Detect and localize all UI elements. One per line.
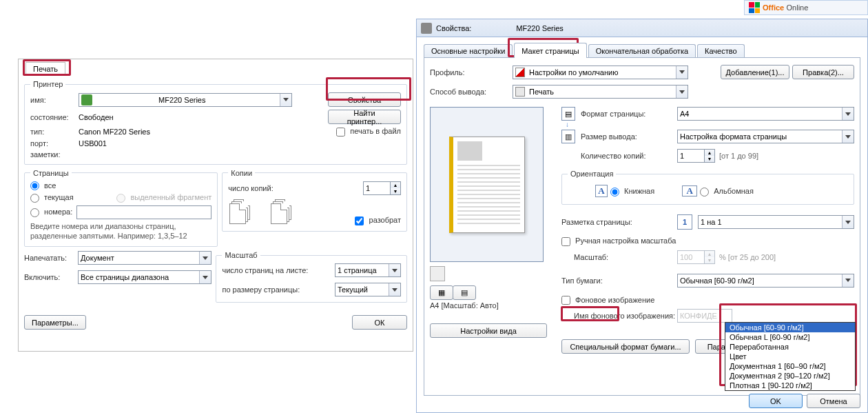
edit-profile-button[interactable]: Правка(2)... [792, 65, 854, 79]
props-ok-button[interactable]: OK [749, 394, 803, 408]
chevron-down-icon[interactable] [280, 94, 291, 106]
tab-quality[interactable]: Качество [697, 44, 745, 57]
include-combo[interactable]: Все страницы диапазона [78, 270, 211, 284]
tab-bar: Основные настройки Макет страницы Оконча… [424, 43, 860, 58]
paper-type-option[interactable]: Обычная L [60-90 г/м2] [725, 332, 855, 342]
paper-type-option[interactable]: Цвет [725, 352, 855, 361]
print-dialog-title: Печать [25, 62, 65, 75]
pps-label: число страниц на листе: [222, 266, 335, 274]
copies-spinner[interactable]: 1 ▲▼ [363, 181, 401, 195]
add-profile-button[interactable]: Добавление(1)... [721, 65, 789, 79]
output-size-label: Размер вывода: [581, 132, 677, 141]
scale-range: % [от 25 до 200] [719, 253, 776, 261]
tab-basic[interactable]: Основные настройки [424, 44, 513, 57]
output-size-combo[interactable]: Настройка формата страницы [677, 130, 854, 143]
properties-title-prefix: Свойства: [436, 24, 471, 32]
type-label: тип: [30, 128, 79, 136]
office-online-banner[interactable]: Office Online [744, 0, 868, 15]
paper-type-option[interactable]: Переработанная [725, 342, 855, 352]
printer-legend: Принтер [30, 80, 65, 88]
find-printer-button[interactable]: Найти принтер... [328, 110, 401, 124]
printer-icon [421, 23, 432, 34]
printer-name-value: MF220 Series [158, 96, 205, 104]
pages-numbers-input[interactable] [76, 205, 211, 219]
ok-button[interactable]: ОК [352, 315, 407, 330]
tab-finish[interactable]: Окончательная обработка [588, 44, 696, 57]
properties-title-model: MF220 Series [516, 24, 563, 32]
orientation-group: Ориентация A Книжная A Альбомная [561, 170, 854, 205]
print-what-label: Напечатать: [24, 254, 78, 262]
preview-caption: A4 [Масштаб: Авто] [430, 301, 550, 310]
pps-combo[interactable]: 1 страница [335, 263, 401, 277]
paper-type-option[interactable]: Обычная [60-90 г/м2] [725, 323, 855, 332]
orientation-legend: Ориентация [568, 170, 616, 178]
manual-scale-checkbox[interactable]: Ручная настройка масштаба [561, 236, 676, 245]
properties-title-bar: Свойства: MF220 Series [417, 19, 867, 37]
printer-name-label: имя: [30, 96, 79, 104]
page-layout-combo[interactable]: 1 на 1 [698, 215, 854, 229]
profile-combo[interactable]: Настройки по умолчанию [513, 66, 688, 79]
collate-icon [228, 202, 289, 225]
paper-type-option[interactable]: Плотная 1 [90-120 г/м2] [725, 381, 855, 390]
preview-thumb-icon [430, 266, 445, 281]
orientation-landscape-radio[interactable]: A Альбомная [682, 185, 754, 197]
scale-spinner: 100▲▼ [677, 250, 715, 264]
paper-type-dropdown[interactable]: Обычная [60-90 г/м2]Обычная L [60-90 г/м… [725, 322, 856, 391]
tab-layout[interactable]: Макет страницы [514, 43, 586, 57]
include-label: Включить: [24, 273, 78, 281]
pages-hint: Введите номера или диапазоны страниц, ра… [30, 222, 211, 241]
scale-legend: Масштаб [222, 251, 260, 259]
page-format-label: Формат страницы: [581, 110, 677, 118]
print-dialog: Печать Принтер имя: MF220 Series Свойств… [18, 59, 413, 352]
printer-name-combo[interactable]: MF220 Series [79, 93, 292, 107]
output-combo[interactable]: Печать [513, 85, 688, 99]
orientation-portrait-radio[interactable]: A Книжная [595, 185, 654, 197]
office-logo-icon [749, 2, 760, 13]
paper-type-combo[interactable]: Обычная [60-90 г/м2] [677, 274, 854, 288]
paper-type-label: Тип бумаги: [561, 276, 677, 285]
preview-mode-b[interactable]: ▤ [453, 285, 476, 300]
copies-group: Копии число копий: 1 ▲▼ [222, 169, 407, 232]
pages-current-radio[interactable]: текущая [30, 193, 74, 203]
layout-icon: 1 [677, 214, 692, 230]
paper-type-option[interactable]: Документная 2 [90–120 г/м2] [725, 371, 855, 381]
printer-icon [81, 94, 92, 105]
page-format-combo[interactable]: A4 [677, 107, 854, 121]
properties-button[interactable]: Свойства [328, 92, 401, 107]
output-icon [515, 87, 525, 97]
preview-mode-a[interactable]: ▦ [430, 285, 453, 300]
office-text: Office Online [763, 3, 808, 12]
view-settings-button[interactable]: Настройки вида [430, 323, 547, 338]
options-button[interactable]: Параметры... [24, 315, 86, 330]
collate-checkbox[interactable]: разобрат [355, 216, 401, 225]
port-label: порт: [30, 139, 79, 148]
fit-combo[interactable]: Текущий [335, 283, 401, 296]
props-cancel-button[interactable]: Отмена [807, 394, 860, 408]
type-value: Canon MF220 Series [79, 128, 150, 136]
page-preview [430, 107, 544, 262]
print-what-combo[interactable]: Документ [78, 251, 211, 265]
copies-legend: Копии [228, 169, 255, 177]
pages-selection-radio: выделенный фрагмент [116, 193, 211, 203]
print-to-file-checkbox[interactable]: печать в файл [336, 127, 401, 137]
scale-label: Масштаб: [561, 253, 677, 261]
scale-group: Масштаб число страниц на листе: 1 страни… [216, 251, 407, 303]
notes-label: заметки: [30, 150, 79, 159]
pages-group: Страницы все текущая выделенный фрагмент… [24, 169, 218, 248]
properties-dialog: Свойства: MF220 Series Основные настройк… [416, 19, 868, 413]
paper-type-option[interactable]: Документная 1 [60–90 г/м2] [725, 361, 855, 371]
pages-legend: Страницы [30, 169, 72, 177]
copies-label: число копий: [228, 184, 363, 192]
page-layout-label: Разметка страницы: [561, 218, 677, 226]
copies-range: [от 1 до 99] [719, 152, 758, 160]
status-value: Свободен [79, 113, 114, 121]
port-value: USB001 [79, 139, 107, 148]
pages-numbers-radio[interactable]: номера: [30, 208, 72, 217]
copies-spinner[interactable]: 1▲▼ [677, 149, 715, 163]
printer-group: Принтер имя: MF220 Series Свойства состо… [24, 80, 407, 165]
status-label: состояние: [30, 113, 79, 121]
output-label: Способ вывода: [430, 88, 513, 96]
custom-paper-button[interactable]: Специальный формат бумаги... [561, 339, 690, 354]
bg-image-checkbox[interactable]: Фоновое изображение [561, 296, 654, 304]
pages-all-radio[interactable]: все [30, 181, 56, 191]
